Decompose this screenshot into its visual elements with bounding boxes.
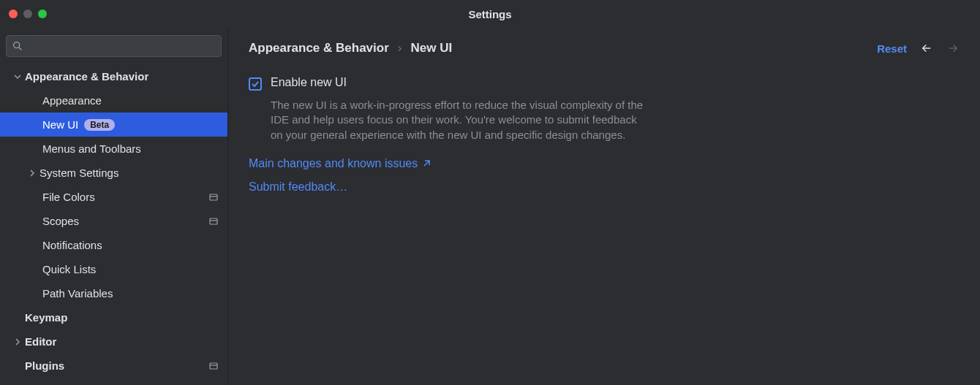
sidebar-item-path-variables[interactable]: Path Variables <box>0 281 227 305</box>
sidebar-item-label: Keymap <box>25 311 67 324</box>
sidebar-item-label: Path Variables <box>42 287 113 300</box>
sidebar-item-label: New UI <box>42 118 78 131</box>
sidebar-item-menus-toolbars[interactable]: Menus and Toolbars <box>0 137 227 161</box>
chevron-right-icon <box>26 169 38 177</box>
sidebar-item-label: Editor <box>25 335 56 348</box>
sidebar-item-editor[interactable]: Editor <box>0 329 227 354</box>
sidebar-item-quick-lists[interactable]: Quick Lists <box>0 257 227 281</box>
search-input[interactable] <box>6 35 222 57</box>
project-scope-icon <box>208 216 219 226</box>
reset-button[interactable]: Reset <box>877 42 907 55</box>
feedback-link[interactable]: Submit feedback… <box>249 180 347 194</box>
sidebar-item-keymap[interactable]: Keymap <box>0 305 227 329</box>
sidebar-item-label: Notifications <box>42 239 102 251</box>
breadcrumb-parent[interactable]: Appearance & Behavior <box>249 41 389 56</box>
window-title: Settings <box>468 8 511 20</box>
sidebar-item-system-settings[interactable]: System Settings <box>0 161 227 185</box>
breadcrumb-current: New UI <box>410 41 452 56</box>
sidebar-item-file-colors[interactable]: File Colors <box>0 185 227 209</box>
project-scope-icon <box>208 361 219 371</box>
sidebar-item-scopes[interactable]: Scopes <box>0 209 227 233</box>
description-text: The new UI is a work-in-progress effort … <box>271 98 651 142</box>
forward-button <box>946 42 960 55</box>
svg-rect-4 <box>210 218 217 224</box>
titlebar: Settings <box>0 0 980 28</box>
close-icon[interactable] <box>9 9 18 18</box>
enable-new-ui-label: Enable new UI <box>271 76 347 89</box>
sidebar-item-appearance[interactable]: Appearance <box>0 88 227 113</box>
settings-tree: Appearance & Behavior Appearance New UI … <box>0 64 227 385</box>
sidebar-item-label: Appearance & Behavior <box>25 70 148 83</box>
changes-link[interactable]: Main changes and known issues <box>249 157 431 170</box>
sidebar-item-label: Plugins <box>25 359 64 372</box>
breadcrumb-separator: › <box>398 41 402 56</box>
sidebar-item-label: File Colors <box>42 191 95 203</box>
enable-new-ui-checkbox[interactable] <box>249 77 262 91</box>
beta-badge: Beta <box>84 119 115 131</box>
main-panel: Appearance & Behavior › New UI Reset <box>228 28 980 385</box>
sidebar: Appearance & Behavior Appearance New UI … <box>0 28 228 385</box>
chevron-right-icon <box>12 338 23 346</box>
breadcrumb: Appearance & Behavior › New UI <box>249 41 452 56</box>
svg-rect-6 <box>210 363 217 369</box>
maximize-icon[interactable] <box>38 9 47 18</box>
project-scope-icon <box>208 192 219 202</box>
minimize-icon[interactable] <box>23 9 32 18</box>
svg-rect-2 <box>210 194 217 200</box>
back-button[interactable] <box>920 42 933 55</box>
sidebar-item-plugins[interactable]: Plugins <box>0 354 227 378</box>
window-controls <box>0 9 47 18</box>
link-text: Main changes and known issues <box>249 157 418 170</box>
sidebar-item-notifications[interactable]: Notifications <box>0 233 227 257</box>
sidebar-item-label: Scopes <box>42 215 79 227</box>
sidebar-item-appearance-behavior[interactable]: Appearance & Behavior <box>0 64 227 88</box>
sidebar-item-new-ui[interactable]: New UI Beta <box>0 113 227 137</box>
check-icon <box>251 80 260 88</box>
sidebar-item-label: Menus and Toolbars <box>42 142 141 155</box>
sidebar-item-label: System Settings <box>39 167 118 179</box>
chevron-down-icon <box>12 73 23 80</box>
external-link-icon <box>422 159 431 168</box>
sidebar-item-label: Appearance <box>42 94 102 107</box>
sidebar-item-label: Quick Lists <box>42 263 96 275</box>
